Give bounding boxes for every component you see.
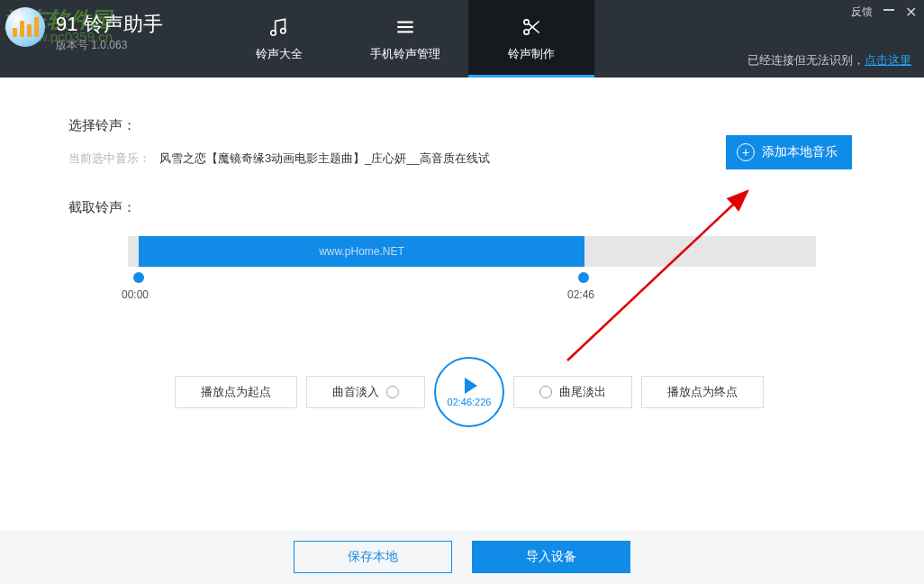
add-btn-label: 添加本地音乐 <box>762 144 838 160</box>
music-note-icon <box>267 15 291 39</box>
feedback-link[interactable]: 反馈 <box>851 5 873 20</box>
slider-handle-start[interactable] <box>133 272 144 283</box>
main-content: 选择铃声： 当前选中音乐： 风雪之恋【魔镜奇缘3动画电影主题曲】_庄心妍__高音… <box>0 78 924 427</box>
radio-icon <box>386 386 399 398</box>
status-link[interactable]: 点击这里 <box>865 53 911 67</box>
tab-ringtone-library[interactable]: 铃声大全 <box>216 0 342 78</box>
fade-in-button[interactable]: 曲首淡入 <box>306 376 425 408</box>
current-music-label: 当前选中音乐： <box>68 151 150 167</box>
svg-point-5 <box>524 20 529 24</box>
select-ringtone-title: 选择铃声： <box>68 117 870 134</box>
app-header: 河东软件园 www.pc0359.cn 91 铃声助手 版本号 1.0.063 … <box>0 0 924 78</box>
clip-slider[interactable]: www.pHome.NET 00:00 02:46 <box>128 236 816 267</box>
status-text: 已经连接但无法识别， <box>747 53 865 67</box>
play-button[interactable]: 02:46:226 <box>434 357 504 427</box>
slider-fill: www.pHome.NET <box>139 236 584 267</box>
play-icon <box>465 378 477 394</box>
app-version: 版本号 1.0.063 <box>56 38 127 53</box>
connection-status: 已经连接但无法识别，点击这里 <box>747 52 911 68</box>
svg-point-6 <box>524 30 529 34</box>
save-local-button[interactable]: 保存本地 <box>294 541 452 573</box>
list-icon <box>394 15 417 39</box>
tab-label: 手机铃声管理 <box>370 46 440 62</box>
tab-label: 铃声制作 <box>508 46 555 62</box>
minimize-icon[interactable] <box>883 9 894 11</box>
play-time-label: 02:46:226 <box>448 397 492 407</box>
app-logo-icon <box>5 7 45 47</box>
radio-icon <box>539 386 552 398</box>
set-end-button[interactable]: 播放点为终点 <box>641 376 764 408</box>
playback-controls: 播放点为起点 曲首淡入 02:46:226 曲尾淡出 播放点为终点 <box>68 357 870 427</box>
time-start-label: 00:00 <box>122 288 149 301</box>
close-icon[interactable]: ✕ <box>905 4 917 21</box>
time-end-label: 02:46 <box>567 288 594 301</box>
add-local-music-button[interactable]: + 添加本地音乐 <box>726 135 852 169</box>
tab-label: 铃声大全 <box>256 46 303 62</box>
tab-phone-manage[interactable]: 手机铃声管理 <box>342 0 468 78</box>
scissors-icon <box>520 15 543 39</box>
import-device-button[interactable]: 导入设备 <box>472 541 630 573</box>
fade-out-button[interactable]: 曲尾淡出 <box>513 376 632 408</box>
plus-icon: + <box>737 143 755 161</box>
window-controls: 反馈 ✕ <box>851 4 917 21</box>
main-tabs: 铃声大全 手机铃声管理 铃声制作 <box>216 0 594 78</box>
slider-track[interactable]: www.pHome.NET <box>128 236 816 267</box>
footer-bar: 保存本地 导入设备 <box>0 530 924 584</box>
set-start-button[interactable]: 播放点为起点 <box>175 376 297 408</box>
tab-ringtone-maker[interactable]: 铃声制作 <box>468 0 594 78</box>
clip-ringtone-title: 截取铃声： <box>68 199 870 216</box>
current-music-name: 风雪之恋【魔镜奇缘3动画电影主题曲】_庄心妍__高音质在线试 <box>159 151 490 167</box>
logo-area: 河东软件园 www.pc0359.cn 91 铃声助手 版本号 1.0.063 <box>0 0 216 78</box>
app-title: 91 铃声助手 <box>56 11 163 38</box>
slider-handle-end[interactable] <box>578 272 589 283</box>
svg-point-0 <box>271 31 276 35</box>
